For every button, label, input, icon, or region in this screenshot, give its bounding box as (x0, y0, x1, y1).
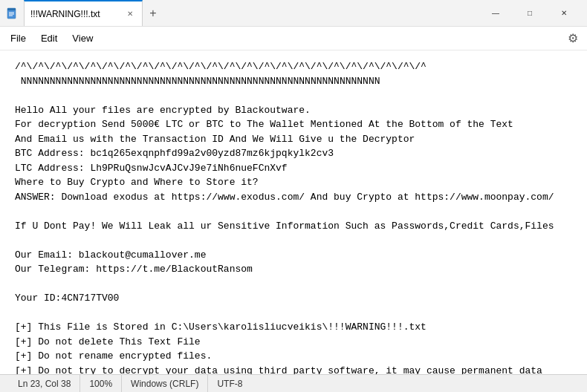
menu-file[interactable]: File (3, 30, 33, 47)
svg-rect-1 (7, 8, 16, 10)
status-line-ending: Windows (CRLF) (122, 375, 208, 392)
editor-area[interactable]: /^\/^\/^\/^\/^\/^\/^\/^\/^\/^\/^\/^\/^\/… (0, 50, 587, 374)
maximize-button[interactable]: □ (513, 0, 547, 27)
menu-view[interactable]: View (65, 30, 100, 47)
minimize-button[interactable]: — (479, 0, 513, 27)
tabs-area: !!!WARNING!!!.txt ✕ + (24, 0, 479, 26)
title-bar: !!!WARNING!!!.txt ✕ + — □ ✕ (0, 0, 587, 27)
menu-bar: File Edit View ⚙ (0, 27, 587, 50)
menu-edit[interactable]: Edit (33, 30, 65, 47)
status-bar: Ln 23, Col 38 100% Windows (CRLF) UTF-8 (0, 374, 587, 392)
new-tab-button[interactable]: + (143, 0, 163, 26)
notepad-icon (6, 7, 18, 19)
window-controls: — □ ✕ (479, 0, 581, 27)
tab-close-button[interactable]: ✕ (124, 8, 136, 20)
tab-title: !!!WARNING!!!.txt (30, 9, 100, 19)
status-zoom: 100% (80, 375, 122, 392)
close-button[interactable]: ✕ (547, 0, 581, 27)
status-position: Ln 23, Col 38 (9, 375, 80, 392)
settings-icon[interactable]: ⚙ (562, 28, 584, 48)
active-tab[interactable]: !!!WARNING!!!.txt ✕ (24, 0, 143, 26)
editor-wrapper: /^\/^\/^\/^\/^\/^\/^\/^\/^\/^\/^\/^\/^\/… (0, 50, 587, 374)
status-encoding: UTF-8 (208, 375, 251, 392)
